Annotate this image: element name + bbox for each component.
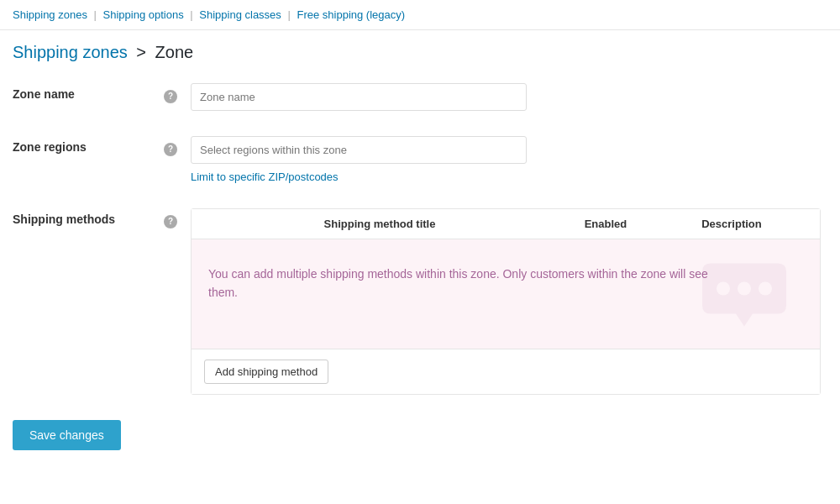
nav-sep-1: |	[94, 8, 100, 21]
shipping-methods-row: Shipping methods ? Shipping method title…	[13, 196, 827, 407]
nav-sep-2: |	[190, 8, 196, 21]
breadcrumb-sep: >	[136, 43, 150, 61]
empty-state-message: You can add multiple shipping methods wi…	[208, 265, 712, 302]
zone-regions-help-icon[interactable]: ?	[164, 143, 177, 156]
breadcrumb: Shipping zones > Zone	[0, 30, 840, 71]
page-wrapper: Shipping zones | Shipping options | Ship…	[0, 0, 840, 504]
save-changes-button[interactable]: Save changes	[13, 420, 121, 450]
svg-point-1	[738, 282, 751, 296]
empty-state: You can add multiple shipping methods wi…	[192, 239, 820, 349]
zone-name-row: Zone name ?	[13, 71, 827, 123]
shipping-methods-help-icon[interactable]: ?	[164, 215, 177, 228]
nav-shipping-options[interactable]: Shipping options	[103, 8, 184, 21]
col-title: Shipping method title	[204, 218, 555, 230]
zone-name-help-icon[interactable]: ?	[164, 90, 177, 103]
nav-sep-3: |	[287, 8, 293, 21]
nav-free-shipping[interactable]: Free shipping (legacy)	[297, 8, 405, 21]
breadcrumb-current: Zone	[155, 43, 194, 61]
zone-name-label: Zone name	[13, 87, 75, 101]
zone-regions-input[interactable]	[191, 136, 527, 164]
breadcrumb-parent-link[interactable]: Shipping zones	[13, 43, 128, 61]
svg-point-0	[717, 282, 730, 296]
top-nav: Shipping zones | Shipping options | Ship…	[0, 0, 840, 30]
nav-shipping-classes[interactable]: Shipping classes	[199, 8, 281, 21]
zone-name-input[interactable]	[191, 83, 527, 111]
shipping-methods-header: Shipping method title Enabled Descriptio…	[192, 209, 820, 239]
add-shipping-method-button[interactable]: Add shipping method	[204, 360, 328, 384]
shipping-methods-label: Shipping methods	[13, 213, 115, 226]
zone-regions-label: Zone regions	[13, 140, 87, 154]
zone-regions-row: Zone regions ? Limit to specific ZIP/pos…	[13, 123, 827, 196]
svg-point-2	[759, 282, 772, 296]
content-area: Zone name ? Zone regions ?	[0, 71, 840, 467]
nav-shipping-zones[interactable]: Shipping zones	[13, 8, 87, 21]
add-method-wrap: Add shipping method	[192, 349, 820, 394]
col-enabled: Enabled	[555, 218, 656, 230]
col-description: Description	[656, 218, 807, 230]
form-table: Zone name ? Zone regions ?	[13, 71, 827, 407]
limit-zip-postcodes-link[interactable]: Limit to specific ZIP/postcodes	[191, 171, 827, 183]
shipping-methods-table: Shipping method title Enabled Descriptio…	[191, 208, 821, 395]
